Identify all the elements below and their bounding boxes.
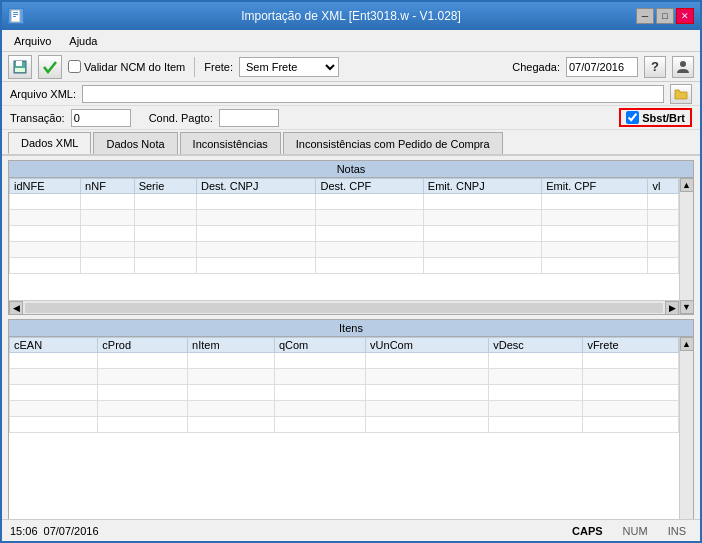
chegada-input[interactable]: 07/07/2016 xyxy=(566,57,638,77)
main-content: Notas idNFE nNF Serie Dest. CNPJ Dest. xyxy=(2,156,700,541)
num-indicator: NUM xyxy=(617,524,654,538)
title-bar: Importação de XML [Ent3018.w - V1.028] ─… xyxy=(2,2,700,30)
menu-arquivo[interactable]: Arquivo xyxy=(6,33,59,49)
minimize-button[interactable]: ─ xyxy=(636,8,654,24)
table-row xyxy=(10,353,679,369)
validate-ncm-checkbox[interactable] xyxy=(68,60,81,73)
itens-table: cEAN cProd nItem qCom vUnCom vDesc vFret… xyxy=(9,337,679,433)
notas-header: Notas xyxy=(9,161,693,178)
table-row xyxy=(10,210,679,226)
col-emit-cpf: Emit. CPF xyxy=(542,179,648,194)
col-cean: cEAN xyxy=(10,338,98,353)
close-button[interactable]: ✕ xyxy=(676,8,694,24)
arquivo-row: Arquivo XML: xyxy=(2,82,700,106)
col-vl: vl xyxy=(648,179,679,194)
col-nitem: nItem xyxy=(188,338,275,353)
title-bar-left xyxy=(8,8,24,24)
notas-column-headers: idNFE nNF Serie Dest. CNPJ Dest. CPF Emi… xyxy=(10,179,679,194)
table-row xyxy=(10,242,679,258)
table-row xyxy=(10,194,679,210)
window-controls: ─ □ ✕ xyxy=(636,8,694,24)
notas-table: idNFE nNF Serie Dest. CNPJ Dest. CPF Emi… xyxy=(9,178,679,274)
itens-vscroll: ▲ ▼ xyxy=(679,337,693,536)
folder-button[interactable] xyxy=(670,84,692,104)
notas-section: Notas idNFE nNF Serie Dest. CNPJ Dest. xyxy=(8,160,694,315)
col-nnf: nNF xyxy=(81,179,135,194)
notas-hscroll-right[interactable]: ▶ xyxy=(665,301,679,315)
table-row xyxy=(10,258,679,274)
col-emit-cnpj: Emit. CNPJ xyxy=(423,179,541,194)
sbst-brt-box: Sbst/Brt xyxy=(619,108,692,127)
user-button[interactable] xyxy=(672,56,694,78)
col-idnfe: idNFE xyxy=(10,179,81,194)
col-cprod: cProd xyxy=(98,338,188,353)
arquivo-label: Arquivo XML: xyxy=(10,88,76,100)
check-button[interactable] xyxy=(38,55,62,79)
svg-rect-3 xyxy=(13,16,16,17)
transacao-input[interactable] xyxy=(71,109,131,127)
col-vfrete: vFrete xyxy=(583,338,679,353)
arquivo-path-input[interactable] xyxy=(82,85,664,103)
table-row xyxy=(10,226,679,242)
table-row xyxy=(10,385,679,401)
notas-scroll[interactable]: idNFE nNF Serie Dest. CNPJ Dest. CPF Emi… xyxy=(9,178,679,300)
frete-label: Frete: xyxy=(204,61,233,73)
table-row xyxy=(10,369,679,385)
maximize-button[interactable]: □ xyxy=(656,8,674,24)
notas-hscroll[interactable]: ◀ ▶ xyxy=(9,300,679,314)
itens-column-headers: cEAN cProd nItem qCom vUnCom vDesc vFret… xyxy=(10,338,679,353)
caps-indicator: CAPS xyxy=(566,524,609,538)
ins-indicator: INS xyxy=(662,524,692,538)
validate-ncm-label: Validar NCM do Item xyxy=(84,61,185,73)
col-vdesc: vDesc xyxy=(489,338,583,353)
table-row xyxy=(10,401,679,417)
col-dest-cnpj: Dest. CNPJ xyxy=(196,179,315,194)
tab-inconsistencias-pedido[interactable]: Inconsistências com Pedido de Compra xyxy=(283,132,503,154)
sbst-brt-checkbox[interactable] xyxy=(626,111,639,124)
transacao-label: Transação: xyxy=(10,112,65,124)
tab-inconsistencias[interactable]: Inconsistências xyxy=(180,132,281,154)
notas-table-area: idNFE nNF Serie Dest. CNPJ Dest. CPF Emi… xyxy=(9,178,693,314)
status-right: CAPS NUM INS xyxy=(566,524,692,538)
svg-rect-1 xyxy=(13,12,18,13)
chegada-label: Chegada: xyxy=(512,61,560,73)
notas-vscroll-down[interactable]: ▼ xyxy=(680,300,694,314)
itens-header: Itens xyxy=(9,320,693,337)
col-vuncom: vUnCom xyxy=(366,338,489,353)
status-bar: 15:06 07/07/2016 CAPS NUM INS xyxy=(2,519,700,541)
cond-input[interactable] xyxy=(219,109,279,127)
toolbar-right: Chegada: 07/07/2016 ? xyxy=(512,56,694,78)
toolbar: Validar NCM do Item Frete: Sem Frete CIF… xyxy=(2,52,700,82)
transacao-row: Transação: Cond. Pagto: Sbst/Brt xyxy=(2,106,700,130)
svg-point-7 xyxy=(680,61,686,67)
frete-select[interactable]: Sem Frete CIF FOB xyxy=(239,57,339,77)
notas-hscroll-left[interactable]: ◀ xyxy=(9,301,23,315)
sbst-brt-label: Sbst/Brt xyxy=(642,112,685,124)
cond-label: Cond. Pagto: xyxy=(149,112,213,124)
status-date: 07/07/2016 xyxy=(44,525,99,537)
col-dest-cpf: Dest. CPF xyxy=(316,179,423,194)
table-row xyxy=(10,417,679,433)
tab-dados-nota[interactable]: Dados Nota xyxy=(93,132,177,154)
main-window: Importação de XML [Ent3018.w - V1.028] ─… xyxy=(0,0,702,543)
tabs-bar: Dados XML Dados Nota Inconsistências Inc… xyxy=(2,130,700,156)
notas-vscroll-up[interactable]: ▲ xyxy=(680,178,694,192)
itens-section: Itens cEAN cProd nItem qCom vUnCom xyxy=(8,319,694,537)
validate-ncm-checkbox-label[interactable]: Validar NCM do Item xyxy=(68,60,185,73)
save-button[interactable] xyxy=(8,55,32,79)
itens-scroll[interactable]: cEAN cProd nItem qCom vUnCom vDesc vFret… xyxy=(9,337,679,536)
help-button[interactable]: ? xyxy=(644,56,666,78)
col-qcom: qCom xyxy=(274,338,365,353)
itens-vscroll-up[interactable]: ▲ xyxy=(680,337,694,351)
svg-rect-6 xyxy=(15,68,25,72)
status-time: 15:06 xyxy=(10,525,38,537)
tab-dados-xml[interactable]: Dados XML xyxy=(8,132,91,154)
menu-ajuda[interactable]: Ajuda xyxy=(61,33,105,49)
notas-hscroll-track[interactable] xyxy=(25,303,663,313)
window-title: Importação de XML [Ent3018.w - V1.028] xyxy=(2,9,700,23)
itens-table-area: cEAN cProd nItem qCom vUnCom vDesc vFret… xyxy=(9,337,693,536)
col-serie: Serie xyxy=(134,179,196,194)
separator xyxy=(194,57,195,77)
app-icon xyxy=(8,8,24,24)
menu-bar: Arquivo Ajuda xyxy=(2,30,700,52)
